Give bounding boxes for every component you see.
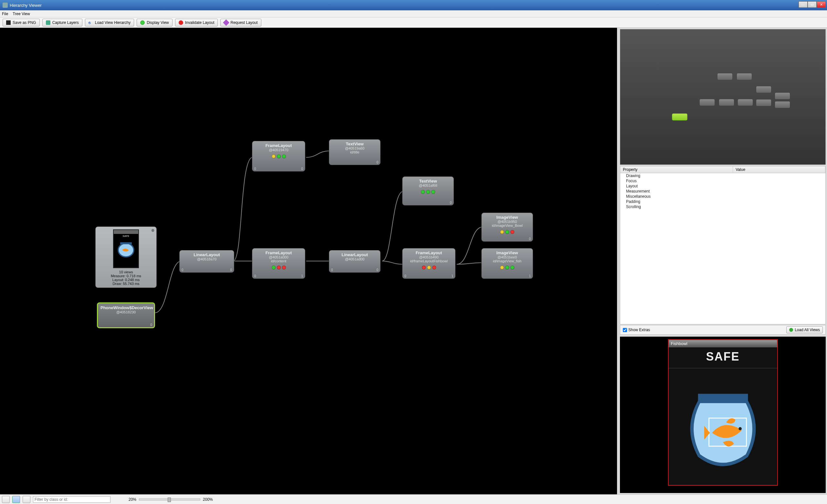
prop-row[interactable]: Scrolling (620, 204, 825, 209)
node-count-right: 1 (451, 274, 453, 278)
node-id: id/frameLayoutFishbowl (405, 259, 452, 263)
node-framelayout-content[interactable]: FrameLayout @4051a000 id/content 0 1 (252, 248, 305, 279)
node-framelayout-fishbowl[interactable]: FrameLayout @4051b490 id/frameLayoutFish… (402, 248, 455, 279)
maximize-button[interactable]: ▭ (808, 1, 817, 8)
invalidate-label: Invalidate Layout (185, 20, 214, 25)
prop-row[interactable]: Measurement (620, 189, 825, 194)
node-id: id/title (332, 150, 378, 154)
popup-draw: Draw: 55.743 ms (98, 282, 154, 286)
dot-icon (500, 230, 504, 234)
view-mode-2-button[interactable] (12, 496, 20, 503)
node-linearlayout-1[interactable]: LinearLayout @40518a70 0 0 (179, 250, 234, 273)
menu-treeview[interactable]: Tree View (13, 12, 30, 16)
node-title: FrameLayout (405, 250, 452, 255)
overview-node[interactable] (719, 99, 734, 106)
prop-row[interactable]: Padding (620, 199, 825, 204)
filter-input[interactable] (33, 496, 110, 503)
node-count-right: 0 (230, 268, 232, 272)
display-icon (140, 20, 145, 25)
load-hierarchy-button[interactable]: ⎋Load View Hierarchy (85, 19, 134, 27)
show-extras-checkbox[interactable]: Show Extras (623, 327, 650, 332)
dot-icon (277, 154, 281, 158)
dot-icon (510, 265, 514, 269)
popup-measure: Measure: 0.718 ms (98, 274, 154, 278)
reload-icon (789, 328, 793, 332)
thumb-safe-label: SAFE (114, 234, 138, 238)
overview-node[interactable] (699, 99, 715, 106)
zoom-max-label: 200% (203, 497, 213, 502)
dot-icon (421, 190, 425, 194)
menu-file[interactable]: File (2, 12, 8, 16)
show-extras-input[interactable] (623, 328, 627, 332)
node-textview-title[interactable]: TextView @40519a60 id/title 0 (329, 139, 381, 165)
node-title: ImageView (484, 250, 530, 255)
node-count-right: 1 (301, 274, 303, 278)
prop-row[interactable]: Miscellaneous (620, 194, 825, 199)
popup-close-icon[interactable]: ⊗ (151, 228, 154, 233)
node-addr: @4051ad00 (332, 257, 378, 261)
preview-titlebar: Fishbowl (669, 340, 777, 347)
node-addr: @40518a70 (182, 257, 231, 261)
view-mode-1-button[interactable] (2, 496, 10, 503)
node-decorview[interactable]: PhoneWindow$DecorView @40518230 0 (97, 302, 155, 328)
overview-node[interactable] (737, 99, 753, 106)
node-title: PhoneWindow$DecorView (100, 305, 151, 310)
overview-node[interactable] (672, 113, 687, 120)
save-as-png-button[interactable]: Save as PNG (3, 19, 40, 27)
property-rows[interactable]: Drawing Focus Layout Measurement Miscell… (620, 173, 825, 324)
zoom-slider[interactable] (139, 499, 200, 500)
node-title: ImageView (484, 215, 530, 220)
prop-row[interactable]: Drawing (620, 173, 825, 178)
layout-preview[interactable]: Fishbowl SAFE (620, 337, 826, 493)
node-framelayout-1[interactable]: FrameLayout @40519470 0 0 (252, 141, 305, 171)
overview-node[interactable] (775, 101, 790, 108)
zoom-thumb[interactable] (168, 498, 171, 502)
dot-icon (431, 190, 435, 194)
close-button[interactable]: ✕ (817, 1, 826, 8)
node-count-right: 0 (150, 323, 152, 326)
node-title: LinearLayout (182, 252, 231, 257)
node-title: TextView (332, 142, 378, 146)
col-property[interactable]: Property (620, 166, 733, 173)
popup-thumbnail: SAFE (113, 230, 139, 268)
node-textview-2[interactable]: TextView @4051af68 0 (402, 177, 454, 205)
dot-icon (282, 154, 286, 158)
request-layout-button[interactable]: Request Layout (220, 19, 261, 27)
capture-layers-button[interactable]: Capture Layers (42, 19, 82, 27)
popup-viewcount: 10 views (98, 270, 154, 274)
overview-node[interactable] (736, 73, 752, 80)
dot-icon (432, 265, 436, 269)
node-linearlayout-2[interactable]: LinearLayout @4051ad00 0 0 (329, 250, 381, 273)
node-imageview-bowl[interactable]: ImageView @4051b950 id/imageView_Bowl 0 (481, 213, 533, 242)
prop-row[interactable]: Focus (620, 178, 825, 184)
load-all-label: Load All Views (795, 327, 820, 332)
overview-node[interactable] (775, 92, 790, 100)
node-detail-popup: ⊗ SAFE 10 views Measure: 0.718 ms Layout… (95, 226, 157, 288)
svg-rect-1 (120, 242, 132, 244)
dot-icon (426, 190, 430, 194)
app-icon (3, 3, 8, 8)
node-id: id/imageView_fish (484, 259, 530, 263)
display-view-button[interactable]: Display View (137, 19, 172, 27)
node-count-right: 1 (529, 274, 531, 278)
overview-node[interactable] (756, 86, 771, 93)
overview-node[interactable] (717, 73, 733, 80)
overview-node[interactable] (756, 99, 771, 106)
node-imageview-fish[interactable]: ImageView @4051bee0 id/imageView_fish 1 (481, 248, 533, 279)
minimize-button[interactable]: — (798, 1, 808, 8)
load-all-views-button[interactable]: Load All Views (786, 326, 823, 334)
prop-row[interactable]: Layout (620, 184, 825, 189)
node-count-left: 0 (404, 274, 406, 278)
overview-map[interactable] (620, 29, 826, 165)
view-mode-3-button[interactable] (22, 496, 30, 503)
dot-icon (510, 230, 514, 234)
node-addr: @4051bee0 (484, 255, 530, 259)
node-count-right: 0 (529, 237, 531, 241)
col-value[interactable]: Value (733, 166, 825, 173)
invalidate-layout-button[interactable]: Invalidate Layout (175, 19, 218, 27)
hierarchy-canvas[interactable]: ⊗ SAFE 10 views Measure: 0.718 ms Layout… (0, 28, 617, 494)
save-icon (6, 20, 11, 25)
display-label: Display View (147, 20, 168, 25)
toolbar: Save as PNG Capture Layers ⎋Load View Hi… (0, 17, 827, 28)
window-titlebar: Hierarchy Viewer — ▭ ✕ (0, 0, 827, 10)
